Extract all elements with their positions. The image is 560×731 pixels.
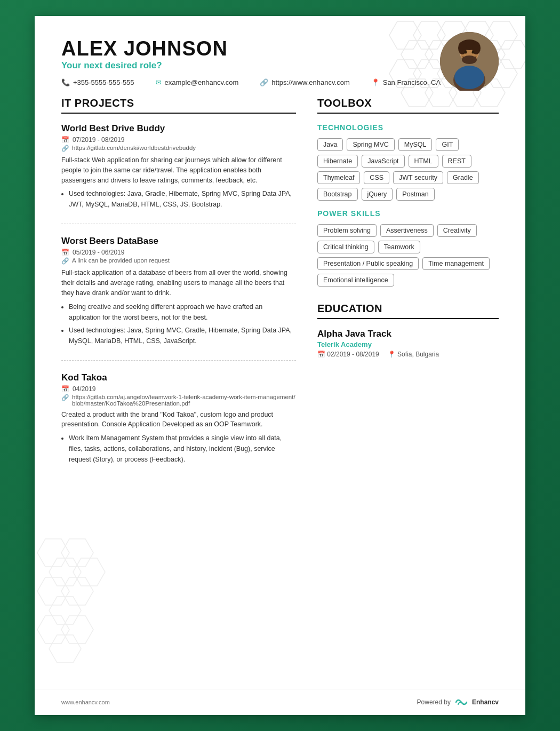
project-2-desc: Full-stack application of a database of … [61, 268, 296, 298]
brand-name: Enhancv [472, 698, 499, 706]
project-3: Kod Takoa 📅 04/2019 🔗 https://gitlab.com… [61, 372, 296, 479]
phone-icon: 📞 [61, 78, 70, 86]
svg-marker-28 [49, 635, 81, 663]
link-icon-3: 🔗 [61, 394, 69, 401]
power-skills-tags: Problem solving Assertiveness Creativity… [317, 224, 499, 287]
project-2-bullets: Being creative and seeking different app… [61, 301, 296, 346]
calendar-icon-edu: 📅 [317, 351, 325, 358]
svg-marker-24 [61, 577, 93, 605]
tag-jquery: jQuery [362, 188, 393, 201]
tag-git: GIT [436, 138, 459, 151]
svg-point-38 [472, 51, 475, 54]
skill-critical-thinking: Critical thinking [317, 241, 374, 253]
technologies-tags: Java Spring MVC MySQL GIT Hibernate Java… [317, 138, 499, 201]
svg-marker-23 [37, 577, 69, 605]
calendar-icon-3: 📅 [61, 385, 69, 393]
tag-thymeleaf: Thymeleaf [317, 171, 360, 184]
skill-time-management: Time management [422, 257, 490, 270]
project-1-bullet-1: Used technologies: Java, Gradle, Hiberna… [69, 188, 296, 210]
skill-problem-solving: Problem solving [317, 224, 377, 237]
svg-marker-21 [49, 558, 81, 586]
phone-number: +355-5555-555-555 [73, 78, 134, 86]
edu-degree: Alpha Java Track [317, 329, 499, 339]
tag-gradle: Gradle [447, 171, 479, 184]
project-2-bullet-1: Being creative and seeking different app… [69, 301, 296, 323]
link-icon-1: 🔗 [61, 145, 69, 152]
email-contact: ✉ example@enhancv.com [156, 78, 239, 86]
website-contact: 🔗 https://www.enhancv.com [260, 78, 349, 86]
hex-decoration-bottom [35, 534, 125, 683]
svg-marker-22 [73, 558, 105, 586]
project-1-link: 🔗 https://gitlab.com/denski/worldbestdri… [61, 145, 296, 152]
tag-javascript: JavaScript [362, 155, 404, 168]
project-2-title: Worst Beers DataBase [61, 236, 296, 247]
header: ALEX JOHNSON Your next desired role? 📞 +… [35, 16, 525, 97]
tag-jwt: JWT security [393, 171, 443, 184]
avatar-wrapper [440, 32, 499, 91]
project-2-link: 🔗 A link can be provided upon request [61, 257, 296, 265]
footer-website: www.enhancv.com [61, 699, 110, 705]
project-3-title: Kod Takoa [61, 372, 296, 383]
powered-by-text: Powered by [417, 698, 451, 706]
tag-rest: REST [442, 155, 471, 168]
tag-postman: Postman [396, 188, 434, 201]
location-icon-edu: 📍 [388, 351, 396, 358]
left-column: IT PROJECTS World Best Drive Buddy 📅 07/… [61, 97, 296, 490]
contact-info: 📞 +355-5555-555-555 ✉ example@enhancv.co… [61, 78, 499, 86]
svg-marker-20 [61, 539, 93, 567]
candidate-role: Your next desired role? [61, 60, 499, 71]
link-icon: 🔗 [260, 78, 268, 86]
candidate-name: ALEX JOHNSON [61, 37, 499, 60]
project-3-bullets: Work Item Management System that provide… [61, 433, 296, 465]
project-3-link: 🔗 https://gitlab.com/aj.angelov/teamwork… [61, 394, 296, 407]
skill-assertiveness: Assertiveness [380, 224, 434, 237]
website-url: https://www.enhancv.com [271, 78, 349, 86]
project-1: World Best Drive Buddy 📅 07/2019 - 08/20… [61, 123, 296, 224]
avatar [440, 32, 499, 91]
footer-brand: Powered by Enhancv [417, 697, 499, 708]
it-projects-title: IT PROJECTS [61, 97, 296, 114]
phone-contact: 📞 +355-5555-555-555 [61, 78, 134, 86]
email-address: example@enhancv.com [165, 78, 239, 86]
project-3-date: 📅 04/2019 [61, 385, 296, 393]
link-icon-2: 🔗 [61, 257, 69, 265]
project-1-bullets: Used technologies: Java, Gradle, Hiberna… [61, 188, 296, 210]
tag-java: Java [317, 138, 343, 151]
svg-point-37 [465, 51, 467, 54]
svg-marker-19 [37, 539, 69, 567]
footer: www.enhancv.com Powered by Enhancv [35, 689, 525, 715]
power-skills-label: POWER SKILLS [317, 209, 499, 218]
skill-creativity: Creativity [437, 224, 477, 237]
project-2-bullet-2: Used technologies: Java, Spring MVC, Gra… [69, 325, 296, 346]
edu-meta: 📅 02/2019 - 08/2019 📍 Sofia, Bulgaria [317, 351, 499, 358]
svg-point-33 [454, 66, 484, 89]
project-1-title: World Best Drive Buddy [61, 123, 296, 134]
edu-location: 📍 Sofia, Bulgaria [388, 351, 439, 358]
tag-bootstrap: Bootstrap [317, 188, 358, 201]
tag-hibernate: Hibernate [317, 155, 358, 168]
tag-mysql: MySQL [398, 138, 433, 151]
enhancv-logo-icon [455, 697, 468, 708]
main-content: IT PROJECTS World Best Drive Buddy 📅 07/… [35, 97, 525, 512]
project-3-bullet-1: Work Item Management System that provide… [69, 433, 296, 465]
svg-marker-27 [61, 616, 93, 643]
email-icon: ✉ [156, 78, 162, 86]
project-3-desc: Created a product with the brand "Kod Ta… [61, 410, 296, 430]
tag-html: HTML [409, 155, 438, 168]
technologies-label: TECHNOLOGIES [317, 123, 499, 132]
location-icon: 📍 [371, 78, 380, 86]
right-column: TOOLBOX TECHNOLOGIES Java Spring MVC MyS… [317, 97, 499, 490]
project-2-date: 📅 05/2019 - 06/2019 [61, 249, 296, 256]
tag-spring-mvc: Spring MVC [347, 138, 394, 151]
tag-css: CSS [364, 171, 389, 184]
edu-date: 📅 02/2019 - 08/2019 [317, 351, 379, 358]
skill-presentation: Presentation / Public speaking [317, 257, 419, 270]
calendar-icon-1: 📅 [61, 136, 69, 144]
svg-marker-25 [49, 597, 81, 624]
skill-teamwork: Teamwork [378, 241, 420, 253]
edu-school: Telerik Academy [317, 340, 499, 348]
location-text: San Francisco, CA [383, 78, 441, 86]
location-contact: 📍 San Francisco, CA [371, 78, 441, 86]
skill-emotional-intelligence: Emotional intelligence [317, 274, 394, 287]
project-2: Worst Beers DataBase 📅 05/2019 - 06/2019… [61, 236, 296, 360]
